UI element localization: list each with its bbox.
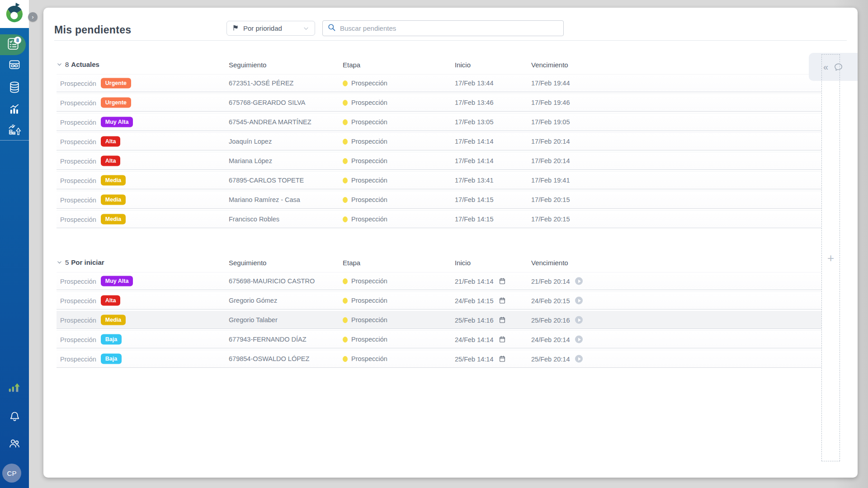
sidebar-expand-button[interactable]: › — [28, 12, 38, 22]
section-collapse-chevron-icon[interactable] — [57, 61, 62, 67]
row-seguimiento: 67545-ANDREA MARTÍNEZ — [229, 118, 311, 126]
sidebar-item-notificaciones[interactable] — [0, 408, 29, 426]
row-etapa-label: Prospección — [351, 297, 387, 304]
priority-badge: Media — [101, 175, 126, 186]
priority-badge: Muy Alta — [101, 276, 133, 286]
play-button[interactable] — [575, 336, 583, 343]
section-header: 8 Actuales Seguimiento Etapa Inicio Venc… — [57, 55, 821, 74]
row-type: Prospección — [60, 157, 96, 164]
row-etapa-label: Prospección — [351, 277, 387, 285]
etapa-status-dot — [343, 139, 348, 145]
row-vencimiento: 25/Feb 20:14 — [531, 355, 570, 362]
play-button[interactable] — [575, 297, 583, 305]
table-row[interactable]: Prospección Alta Gregorio Gómez Prospecc… — [57, 291, 821, 310]
growth-icon — [7, 379, 22, 395]
people-icon — [8, 437, 21, 451]
play-button[interactable] — [575, 355, 583, 363]
etapa-status-dot — [343, 317, 348, 323]
play-button[interactable] — [575, 277, 583, 285]
board-icon — [8, 58, 21, 73]
sidebar-item-tableros[interactable] — [0, 57, 29, 74]
priority-filter-dropdown[interactable]: Por prioridad — [226, 21, 315, 36]
row-vencimiento: 17/Feb 19:46 — [531, 99, 570, 106]
row-etapa-label: Prospección — [351, 177, 387, 184]
row-inicio: 25/Feb 14:16 — [455, 316, 493, 324]
user-avatar[interactable]: CP — [2, 464, 21, 483]
search-input[interactable] — [340, 24, 559, 32]
table-row[interactable]: Prospección Media Francisco Robles Prosp… — [57, 210, 821, 228]
table-row[interactable]: Prospección Media Gregorio Talaber Prosp… — [57, 311, 821, 329]
calendar-icon[interactable] — [499, 355, 506, 363]
row-inicio: 17/Feb 13:05 — [455, 118, 493, 126]
priority-badge: Alta — [101, 156, 121, 166]
company-logo[interactable] — [0, 0, 29, 28]
sidebar-item-pendientes[interactable]: 8 — [0, 34, 26, 55]
sidebar-item-ventas[interactable]: $ — [0, 122, 29, 139]
row-seguimiento: 677943-FERNANDO DÍAZ — [229, 336, 307, 343]
priority-badge: Alta — [101, 136, 121, 147]
play-button[interactable] — [575, 316, 583, 324]
row-seguimiento: 675698-MAURICIO CASTRO — [229, 277, 315, 285]
table-row[interactable]: Prospección Baja 677943-FERNANDO DÍAZ Pr… — [57, 330, 821, 348]
main-panel: Mis pendientes Por prioridad — [43, 8, 858, 478]
column-header-vencimiento: Vencimiento — [531, 258, 568, 266]
task-section: 8 Actuales Seguimiento Etapa Inicio Venc… — [57, 55, 821, 228]
sidebar-item-reportes[interactable] — [0, 101, 29, 118]
search-box — [322, 20, 564, 36]
row-vencimiento: 17/Feb 19:41 — [531, 177, 570, 184]
etapa-status-dot — [343, 278, 348, 284]
priority-badge: Media — [101, 195, 126, 205]
table-row[interactable]: Prospección Media 67895-CARLOS TOPETE Pr… — [57, 171, 821, 189]
table-row[interactable]: Prospección Media Mariano Ramírez - Casa… — [57, 191, 821, 209]
collapsed-panel-dropzone: + — [821, 54, 840, 461]
row-seguimiento: Mariana López — [229, 157, 272, 164]
etapa-status-dot — [343, 100, 348, 106]
sidebar: › 8 — [0, 0, 29, 488]
row-vencimiento: 17/Feb 19:05 — [531, 118, 570, 126]
calendar-icon[interactable] — [499, 277, 506, 285]
bell-icon — [9, 410, 21, 424]
table-row[interactable]: Prospección Muy Alta 675698-MAURICIO CAS… — [57, 272, 821, 290]
section-collapse-chevron-icon[interactable] — [57, 259, 62, 265]
row-type: Prospección — [60, 196, 96, 203]
sidebar-item-contactos[interactable] — [0, 436, 29, 453]
table-row[interactable]: Prospección Urgente 672351-JOSÉ PÉREZ Pr… — [57, 74, 821, 92]
header-divider — [54, 40, 847, 41]
row-vencimiento: 17/Feb 20:14 — [531, 157, 570, 164]
table-row[interactable]: Prospección Baja 679854-OSWALDO LÓPEZ Pr… — [57, 350, 821, 368]
row-etapa-label: Prospección — [351, 138, 387, 145]
column-header-etapa: Etapa — [343, 258, 360, 266]
priority-badge: Muy Alta — [101, 117, 133, 127]
row-inicio: 17/Feb 13:44 — [455, 80, 493, 87]
sidebar-divider — [0, 140, 29, 141]
sidebar-item-crecimiento[interactable] — [0, 379, 29, 396]
etapa-status-dot — [343, 356, 348, 362]
etapa-status-dot — [343, 216, 348, 222]
row-etapa-label: Prospección — [351, 336, 387, 343]
priority-filter-label: Por prioridad — [243, 24, 282, 32]
table-row[interactable]: Prospección Muy Alta 67545-ANDREA MARTÍN… — [57, 113, 821, 131]
row-type: Prospección — [60, 118, 96, 126]
calendar-icon[interactable] — [499, 297, 506, 305]
row-type: Prospección — [60, 138, 96, 145]
calendar-icon[interactable] — [499, 316, 506, 324]
row-inicio: 17/Feb 14:15 — [455, 196, 493, 203]
add-panel-button[interactable]: + — [822, 252, 840, 264]
row-type: Prospección — [60, 297, 96, 304]
calendar-icon[interactable] — [499, 336, 506, 343]
section-title: Actuales — [71, 61, 99, 68]
table-row[interactable]: Prospección Urgente 675768-GERARDO SILVA… — [57, 94, 821, 112]
task-section: 5 Por iniciar Seguimiento Etapa Inicio V… — [57, 253, 821, 368]
sales-icon: $ — [8, 123, 21, 138]
sidebar-item-base-datos[interactable] — [0, 80, 29, 97]
column-header-seguimiento: Seguimiento — [229, 258, 266, 266]
row-type: Prospección — [60, 336, 96, 343]
row-etapa-label: Prospección — [351, 99, 387, 106]
row-type: Prospección — [60, 99, 96, 106]
table-row[interactable]: Prospección Alta Joaquín Lopez Prospecci… — [57, 132, 821, 150]
row-etapa-label: Prospección — [351, 80, 387, 87]
row-seguimiento: Gregorio Talaber — [229, 316, 278, 324]
pendientes-count-badge: 8 — [14, 37, 21, 44]
table-row[interactable]: Prospección Alta Mariana López Prospecci… — [57, 152, 821, 170]
row-vencimiento: 25/Feb 20:16 — [531, 316, 570, 324]
